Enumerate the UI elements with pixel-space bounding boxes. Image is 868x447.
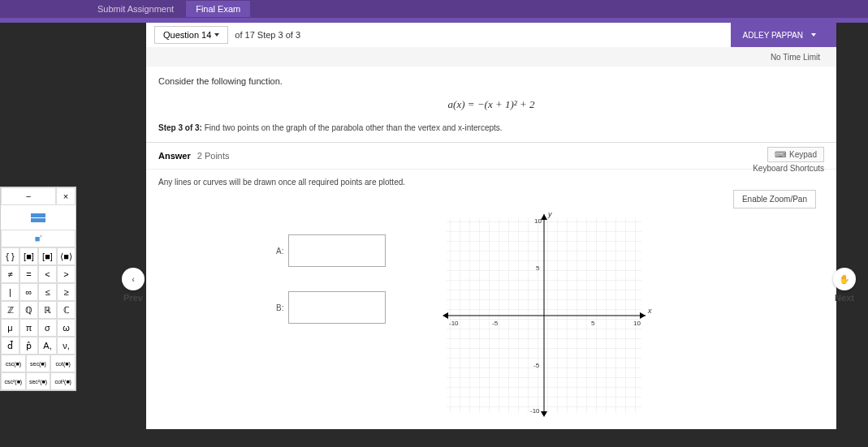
palette-fraction[interactable] (1, 205, 76, 230)
time-limit-row: No Time Limit (146, 47, 836, 67)
main-area: Consider the following function. a(x) = … (146, 67, 836, 429)
answer-header: Answer 2 Points ⌨ Keypad Keyboard Shortc… (146, 143, 836, 170)
palette-cell[interactable]: ℂ (57, 301, 76, 319)
work-area: Any lines or curves will be drawn once a… (146, 170, 836, 429)
prev-button[interactable]: ‹ Prev (122, 268, 145, 303)
palette-cell[interactable]: cot(■) (50, 355, 76, 372)
keypad-button[interactable]: ⌨ Keypad (767, 147, 824, 162)
svg-text:-5: -5 (533, 362, 540, 369)
point-inputs: A: B: (276, 234, 386, 348)
question-label: Question 14 (163, 30, 211, 40)
next-button[interactable]: ✋ Next (833, 268, 856, 303)
palette-prime[interactable]: ■′ (1, 230, 76, 247)
palette-cell[interactable]: μ (1, 319, 19, 337)
svg-text:-5: -5 (492, 320, 499, 327)
palette-close[interactable]: × (56, 187, 76, 205)
svg-marker-6 (541, 411, 547, 417)
palette-cell[interactable]: π (19, 319, 38, 337)
hand-icon: ✋ (833, 268, 856, 290)
palette-cell[interactable]: ν, (57, 337, 76, 355)
step-counter: of 17 Step 3 of 3 (235, 30, 300, 40)
plot-hint: Any lines or curves will be drawn once a… (158, 178, 824, 187)
point-b-label: B: (276, 303, 283, 312)
svg-text:-10: -10 (449, 320, 459, 327)
svg-marker-3 (443, 312, 448, 319)
palette-cell[interactable]: csc²(■) (1, 372, 26, 390)
prev-label: Prev (123, 293, 143, 303)
point-a-label: A: (276, 247, 283, 256)
user-name-label: ADLEY PAPPAN (743, 31, 803, 40)
time-limit-label: No Time Limit (771, 53, 820, 62)
chevron-down-icon (214, 33, 219, 37)
palette-cell[interactable]: [■] (38, 247, 57, 265)
palette-cell[interactable]: | (1, 283, 19, 301)
svg-text:10: 10 (534, 217, 542, 225)
step-bold: Step 3 of 3: (158, 123, 202, 132)
palette-cell[interactable]: ω (57, 319, 76, 337)
palette-cell[interactable]: p̂ (19, 337, 38, 355)
keypad-label: Keypad (789, 150, 817, 159)
chevron-left-icon: ‹ (122, 268, 145, 290)
palette-cell[interactable]: csc(■) (1, 355, 26, 372)
palette-cell[interactable]: < (38, 265, 57, 283)
step-description: Step 3 of 3: Find two points on the grap… (158, 123, 824, 132)
svg-text:y: y (547, 210, 552, 218)
palette-cell[interactable]: ⟨■⟩ (57, 247, 76, 265)
palette-cell[interactable]: ℚ (19, 301, 38, 319)
svg-text:5: 5 (536, 264, 540, 272)
answer-label: Answer (158, 151, 191, 161)
keyboard-icon: ⌨ (775, 150, 786, 159)
point-b-row: B: (276, 291, 386, 324)
user-menu[interactable]: ADLEY PAPPAN (731, 23, 836, 47)
svg-text:10: 10 (633, 320, 641, 327)
palette-cell[interactable]: ≥ (57, 283, 76, 301)
next-label: Next (835, 293, 854, 303)
palette-minus[interactable]: − (1, 187, 56, 205)
palette-cell[interactable]: = (19, 265, 38, 283)
palette-cell[interactable]: sec²(■) (26, 372, 51, 390)
palette-cell[interactable]: A, (38, 337, 57, 355)
palette-cell[interactable]: ℝ (38, 301, 57, 319)
prompt-intro: Consider the following function. (158, 76, 824, 86)
palette-cell[interactable]: sec(■) (26, 355, 51, 372)
palette-cell[interactable]: ≤ (38, 283, 57, 301)
point-a-row: A: (276, 234, 386, 267)
svg-marker-5 (541, 214, 547, 220)
math-palette: − × ■′ { }[■][■]⟨■⟩≠=<>|∞≤≥ℤℚℝℂμπσωd̄p̂A… (0, 187, 76, 391)
svg-text:5: 5 (591, 320, 595, 327)
svg-text:-10: -10 (530, 407, 540, 415)
point-a-input[interactable] (288, 234, 386, 267)
palette-cell[interactable]: σ (38, 319, 57, 337)
step-instructions: Find two points on the graph of the para… (205, 123, 503, 132)
header-row: Question 14 of 17 Step 3 of 3 ADLEY PAPP… (146, 23, 836, 47)
points-label: 2 Points (197, 151, 230, 161)
top-bar: Submit Assignment Final Exam (0, 0, 868, 18)
assignment-prefix: Submit Assignment (97, 4, 174, 14)
question-selector[interactable]: Question 14 (154, 26, 228, 44)
palette-cell[interactable]: ℤ (1, 301, 19, 319)
prompt-section: Consider the following function. a(x) = … (146, 67, 836, 143)
svg-marker-2 (640, 312, 646, 319)
palette-cell[interactable]: ≠ (1, 265, 19, 283)
formula: a(x) = −(x + 1)² + 2 (158, 98, 824, 111)
graph-canvas[interactable]: x y -10 -5 5 10 10 5 -5 -10 (430, 202, 658, 429)
palette-cell[interactable]: { } (1, 247, 19, 265)
palette-cell[interactable]: > (57, 265, 76, 283)
exam-title: Final Exam (186, 1, 250, 17)
svg-text:x: x (647, 307, 652, 315)
zoom-pan-button[interactable]: Enable Zoom/Pan (733, 190, 816, 208)
palette-cell[interactable]: [■] (19, 247, 38, 265)
point-b-input[interactable] (288, 291, 386, 324)
palette-cell[interactable]: ∞ (19, 283, 38, 301)
palette-cell[interactable]: cot²(■) (50, 372, 76, 390)
palette-cell[interactable]: d̄ (1, 337, 19, 355)
chevron-down-icon (811, 33, 816, 37)
